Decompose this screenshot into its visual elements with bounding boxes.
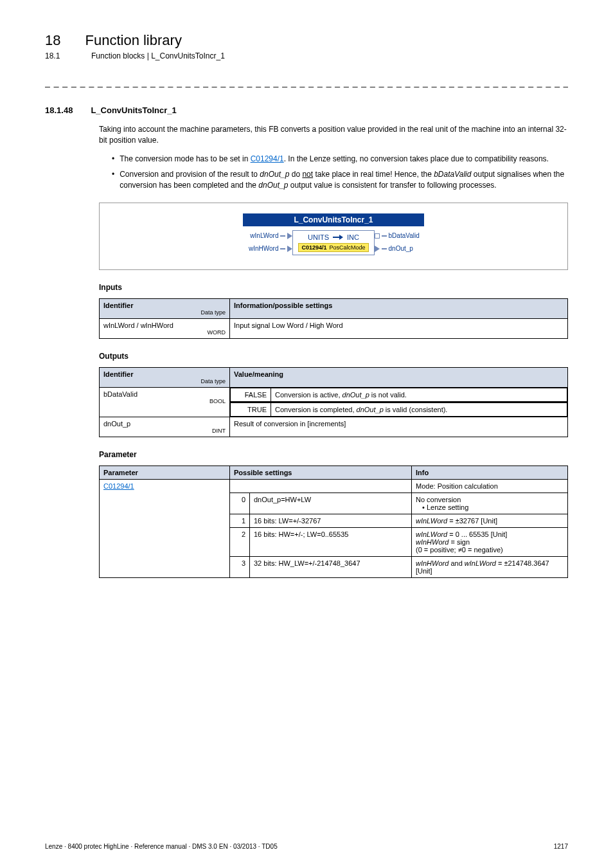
text-fragment: Conversion is active, bbox=[275, 391, 342, 399]
bullet-item: • The conversion mode has to be set in C… bbox=[112, 154, 568, 165]
identifier-name: wInLWord / wInHWord bbox=[103, 321, 173, 329]
port-arrow-icon bbox=[287, 233, 292, 239]
bullet-text: The conversion mode has to be set in C01… bbox=[120, 154, 549, 165]
info-cell: Mode: Position calculation bbox=[412, 479, 568, 493]
parameter-cell: C01294/1 bbox=[100, 479, 230, 577]
text-fragment: output value is consistent for transfer … bbox=[288, 181, 496, 190]
port-stub-icon bbox=[280, 235, 285, 237]
value-cell: FALSE Conversion is active, dnOut_p is n… bbox=[230, 387, 568, 402]
info-cell: wInLWord = ±32767 [Unit] bbox=[412, 514, 568, 527]
text-fragment: dnOut_p bbox=[357, 406, 384, 413]
diagram-title: L_ConvUnitsToIncr_1 bbox=[243, 213, 424, 226]
text-fragment: wInLWord bbox=[465, 559, 496, 567]
table-header: Possible settings bbox=[230, 466, 412, 479]
table-row: FALSE Conversion is active, dnOut_p is n… bbox=[231, 388, 567, 401]
input-port-label: wInLWord bbox=[241, 232, 278, 239]
info-cell: wInHWord and wInLWord = ±214748.3647 [Un… bbox=[412, 556, 568, 577]
text-fragment: is valid (consistent). bbox=[384, 406, 448, 413]
setting-value: dnOut_p=HW+LW bbox=[250, 493, 412, 514]
bullet-icon: • bbox=[112, 154, 114, 165]
subchapter-heading: 18.1 Function blocks | L_ConvUnitsToIncr… bbox=[45, 51, 568, 60]
settings-cell bbox=[230, 479, 412, 493]
header-label: Identifier bbox=[103, 370, 133, 378]
table-row: TRUE Conversion is completed, dnOut_p is… bbox=[231, 402, 567, 416]
code-link[interactable]: C01294/1 bbox=[251, 154, 284, 163]
table-header: Parameter bbox=[100, 466, 230, 479]
text-fragment: Conversion and provision of the result t… bbox=[120, 170, 260, 179]
output-port-label: bDataValid bbox=[389, 232, 426, 239]
chapter-title: Function library bbox=[85, 32, 181, 49]
setting-value: 32 bits: HW_LW=+/-214748_3647 bbox=[250, 556, 412, 577]
setting-value: 16 bits: LW=+/-32767 bbox=[250, 514, 412, 527]
identifier-cell: wInLWord / wInHWord WORD bbox=[100, 318, 230, 338]
output-port-label: dnOut_p bbox=[389, 245, 426, 252]
text-fragment: do bbox=[289, 170, 302, 179]
data-type: DINT bbox=[212, 428, 226, 434]
table-header: Information/possible settings bbox=[230, 298, 568, 318]
text-fragment: Conversion is completed, bbox=[275, 406, 357, 413]
text-fragment: (0 = positive; ≠0 = negative) bbox=[416, 546, 503, 554]
value-cell: TRUE Conversion is completed, dnOut_p is… bbox=[230, 402, 568, 417]
value-cell: Result of conversion in [increments] bbox=[230, 417, 568, 437]
setting-index: 3 bbox=[230, 556, 250, 577]
text-fragment: The conversion mode has to be set in bbox=[120, 154, 250, 163]
data-type: WORD bbox=[208, 329, 226, 336]
subchapter-number: 18.1 bbox=[45, 51, 67, 60]
input-ports: wInLWord wInHWord bbox=[241, 230, 292, 255]
parameter-name: PosCalcMode bbox=[330, 244, 366, 251]
port-square-icon bbox=[375, 233, 380, 239]
text-fragment: and bbox=[449, 559, 464, 567]
header-label: Identifier bbox=[103, 302, 133, 309]
identifier-name: bDataValid bbox=[103, 390, 138, 398]
table-row: dnOut_p DINT Result of conversion in [in… bbox=[100, 417, 568, 437]
bullet-item: • Conversion and provision of the result… bbox=[112, 169, 568, 191]
port-stub-icon bbox=[280, 248, 285, 249]
outputs-heading: Outputs bbox=[99, 352, 568, 361]
section-intro: Taking into account the machine paramete… bbox=[99, 124, 568, 146]
text-fragment: INC bbox=[347, 233, 359, 241]
chapter-number: 18 bbox=[45, 32, 60, 49]
code-link[interactable]: C01294/1 bbox=[103, 482, 134, 490]
input-port-label: wInHWord bbox=[241, 245, 278, 252]
port-arrow-icon bbox=[375, 246, 380, 252]
text-fragment: not bbox=[302, 170, 313, 179]
data-type: BOOL bbox=[209, 398, 226, 404]
block-diagram: L_ConvUnitsToIncr_1 wInLWord wInHWord bbox=[99, 203, 568, 270]
table-header: Identifier Data type bbox=[100, 298, 230, 318]
section-number: 18.1.48 bbox=[45, 105, 73, 115]
table-row: C01294/1 Mode: Position calculation bbox=[100, 479, 568, 493]
bullet-icon: • bbox=[112, 169, 114, 191]
separator-line: _ _ _ _ _ _ _ _ _ _ _ _ _ _ _ _ _ _ _ _ … bbox=[45, 77, 568, 87]
inputs-table: Identifier Data type Information/possibl… bbox=[99, 298, 568, 339]
info-cell: wInLWord = 0 ... 65535 [Unit] wInHWord =… bbox=[412, 527, 568, 556]
text-fragment: is not valid. bbox=[369, 391, 407, 399]
text-fragment: take place in real time! Hence, the bbox=[313, 170, 434, 179]
parameter-badge: C01294/1 PosCalcMode bbox=[298, 243, 368, 252]
info-cell: No conversion • Lenze setting bbox=[412, 493, 568, 514]
bullet-list: • The conversion mode has to be set in C… bbox=[112, 154, 568, 191]
text-fragment: • Lenze setting bbox=[416, 503, 468, 511]
identifier-cell: bDataValid BOOL bbox=[100, 387, 230, 417]
port-stub-icon bbox=[382, 235, 387, 237]
info-cell: Input signal Low Word / High Word bbox=[230, 318, 568, 338]
table-header: Info bbox=[412, 466, 568, 479]
page: 18 Function library 18.1 Function blocks… bbox=[0, 0, 613, 868]
parameter-table: Parameter Possible settings Info C01294/… bbox=[99, 466, 568, 578]
section-heading: 18.1.48 L_ConvUnitsToIncr_1 bbox=[45, 105, 568, 115]
identifier-cell: dnOut_p DINT bbox=[100, 417, 230, 437]
setting-index: 1 bbox=[230, 514, 250, 527]
text-fragment: = 0 ... 65535 [Unit] bbox=[447, 530, 507, 538]
text-fragment: dnOut_p bbox=[258, 181, 288, 190]
table-header: Value/meaning bbox=[230, 367, 568, 387]
port-arrow-icon bbox=[287, 246, 292, 252]
value-desc: Conversion is active, dnOut_p is not val… bbox=[271, 388, 567, 401]
parameter-code: C01294/1 bbox=[301, 244, 326, 251]
value-key: FALSE bbox=[231, 388, 271, 401]
setting-value: 16 bits: HW=+/-; LW=0..65535 bbox=[250, 527, 412, 556]
header-sublabel: Data type bbox=[200, 309, 226, 316]
identifier-name: dnOut_p bbox=[103, 420, 130, 428]
outputs-table: Identifier Data type Value/meaning bData… bbox=[99, 367, 568, 437]
table-row: wInLWord / wInHWord WORD Input signal Lo… bbox=[100, 318, 568, 338]
output-ports: bDataValid dnOut_p bbox=[375, 230, 426, 255]
value-key: TRUE bbox=[231, 402, 271, 416]
